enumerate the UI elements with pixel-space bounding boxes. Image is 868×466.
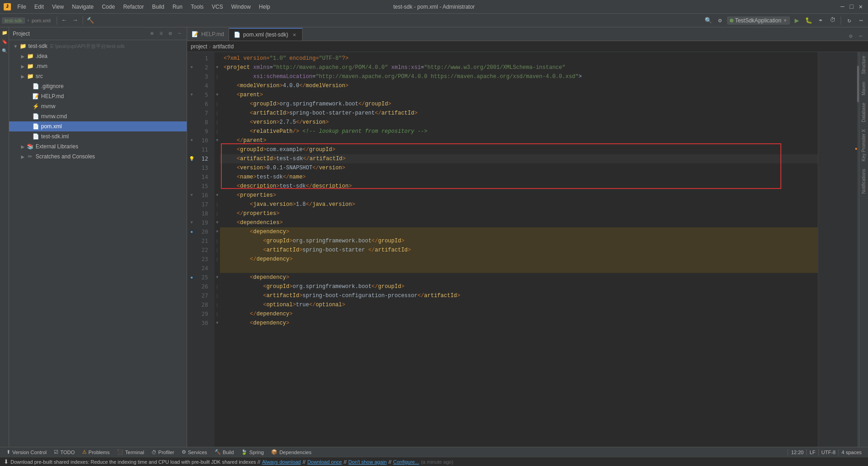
status-profiler[interactable]: ⏱ Profiler xyxy=(149,447,177,457)
gutter-fold-19[interactable]: ▼ xyxy=(187,218,196,227)
code-line-30[interactable]: <dependency> xyxy=(220,319,818,328)
close-button[interactable]: ✕ xyxy=(857,3,864,10)
profile-button[interactable]: ⏱ xyxy=(827,16,837,26)
tab-helpmd[interactable]: 📝 HELP.md xyxy=(187,28,229,41)
code-line-15[interactable]: <description>test-sdk</description> xyxy=(220,182,818,191)
menu-vcs[interactable]: VCS xyxy=(208,3,227,11)
fold-icon-30[interactable]: ▼ xyxy=(216,321,218,325)
fold-icon-20[interactable]: ▼ xyxy=(216,230,218,234)
info-link-configure[interactable]: Configure... xyxy=(393,459,419,465)
gutter-fold-16[interactable]: ▼ xyxy=(187,191,196,200)
status-problems[interactable]: ⚠ Problems xyxy=(79,447,112,457)
scrollbar-thumb[interactable] xyxy=(857,66,859,102)
code-line-16[interactable]: <properties> xyxy=(220,191,818,200)
menu-window[interactable]: Window xyxy=(228,3,255,11)
code-line-24[interactable] xyxy=(220,264,818,273)
status-position[interactable]: 12:20 xyxy=(788,450,806,455)
panel-minimize-button[interactable]: − xyxy=(176,30,183,37)
run-configuration[interactable]: TestSdkApplication ▼ xyxy=(727,16,790,25)
code-line-12[interactable]: <artifactId>test-sdk</artifactId> xyxy=(220,154,818,163)
scrollbar-track[interactable] xyxy=(857,52,859,447)
tab-bar-settings-button[interactable]: ⚙ xyxy=(846,31,855,41)
pomxml-tab-close[interactable]: ✕ xyxy=(291,31,298,38)
code-line-28[interactable]: <optional>true</optional> xyxy=(220,300,818,309)
menu-code[interactable]: Code xyxy=(98,3,119,11)
back-button[interactable]: ← xyxy=(59,16,69,26)
code-editor[interactable]: <?xml version="1.0" encoding="UTF-8"?> <… xyxy=(220,52,818,447)
status-terminal[interactable]: ⬛ Terminal xyxy=(114,447,147,457)
search-everywhere-button[interactable]: 🔍 xyxy=(703,16,713,26)
find-tool-button[interactable]: 🔍 xyxy=(1,47,8,55)
tree-item-mvn[interactable]: ▶ 📁 .mvn xyxy=(9,61,187,71)
code-line-18[interactable]: </properties> xyxy=(220,209,818,218)
code-line-5[interactable]: <parent> xyxy=(220,90,818,99)
menu-refactor[interactable]: Refactor xyxy=(120,3,147,11)
right-tab-maven[interactable]: Maven xyxy=(860,78,867,99)
code-line-17[interactable]: <java.version>1.8</java.version> xyxy=(220,200,818,209)
menu-view[interactable]: View xyxy=(48,3,68,11)
gutter-fold-2[interactable]: ▼ xyxy=(187,63,196,72)
code-line-7[interactable]: <artifactId>spring-boot-starter-parent</… xyxy=(220,109,818,118)
gutter-bookmark-25[interactable]: ● xyxy=(187,273,196,282)
right-tab-structure[interactable]: Structure xyxy=(860,52,867,78)
tree-root[interactable]: ▼ 📁 test-sdk E:\java\yupi\API开放平台\test-s… xyxy=(9,41,187,51)
menu-run[interactable]: Run xyxy=(169,3,186,11)
right-tab-notifications[interactable]: Notifications xyxy=(860,165,867,197)
fold-16[interactable]: ▼ xyxy=(214,191,220,200)
code-line-14[interactable]: <name>test-sdk</name> xyxy=(220,173,818,182)
menu-build[interactable]: Build xyxy=(148,3,168,11)
fold-25[interactable]: ▼ xyxy=(214,273,220,282)
settings-button[interactable]: ⚙ xyxy=(715,16,725,26)
tree-item-idea[interactable]: ▶ 📁 .idea xyxy=(9,51,187,61)
code-line-11[interactable]: <groupId>com.example</groupId> xyxy=(220,145,818,154)
tree-item-pomxml[interactable]: ▶ 📄 pom.xml xyxy=(9,121,187,131)
status-encoding[interactable]: UTF-8 xyxy=(819,450,838,455)
tree-item-mvnwcmd[interactable]: ▶ 📄 mvnw.cmd xyxy=(9,111,187,121)
menu-navigate[interactable]: Navigate xyxy=(68,3,97,11)
panel-expand-button[interactable]: ≡ xyxy=(157,30,165,37)
fold-5[interactable]: ▼ xyxy=(214,90,220,99)
code-line-19[interactable]: <dependencies> xyxy=(220,218,818,227)
code-line-6[interactable]: <groupId>org.springframework.boot</group… xyxy=(220,99,818,109)
gutter-fold-5[interactable]: ▼ xyxy=(187,90,196,99)
code-line-26[interactable]: <groupId>org.springframework.boot</group… xyxy=(220,282,818,291)
gutter-fold-10[interactable]: ▼ xyxy=(187,136,196,145)
right-tab-database[interactable]: Database xyxy=(860,99,867,126)
tab-pomxml[interactable]: 📄 pom.xml (test-sdk) ✕ xyxy=(229,28,303,41)
menu-help[interactable]: Help xyxy=(255,3,274,11)
code-line-2[interactable]: <project xmlns="http://maven.apache.org/… xyxy=(220,63,818,72)
bookmark-tool-button[interactable]: 🔖 xyxy=(1,38,8,46)
code-line-22[interactable]: <artifactId>spring-boot-starter </artifa… xyxy=(220,246,818,255)
update-project-button[interactable]: ↻ xyxy=(844,16,854,26)
code-line-3[interactable]: xsi:schemaLocation="http://maven.apache.… xyxy=(220,72,818,81)
status-indent[interactable]: 4 spaces xyxy=(839,450,864,455)
code-line-9[interactable]: <relativePath/> <!-- lookup parent from … xyxy=(220,127,818,136)
run-button[interactable]: ▶ xyxy=(792,16,802,26)
right-tab-keypromoter[interactable]: Key Promoter X xyxy=(860,126,867,165)
more-actions-button[interactable]: ⋯ xyxy=(856,16,866,26)
info-link-dont-show[interactable]: Don't show again xyxy=(348,459,387,465)
menu-file[interactable]: File xyxy=(14,3,30,11)
menu-tools[interactable]: Tools xyxy=(187,3,207,11)
status-lf[interactable]: LF xyxy=(807,450,818,455)
maximize-button[interactable]: □ xyxy=(848,3,855,10)
panel-settings-button[interactable]: ⚙ xyxy=(167,30,174,37)
fold-icon-2[interactable]: ▼ xyxy=(216,65,218,70)
code-line-4[interactable]: <modelVersion>4.0.0</modelVersion> xyxy=(220,81,818,90)
fold-10[interactable]: ▼ xyxy=(214,136,220,145)
tree-item-extlibs[interactable]: ▶ 📚 External Libraries xyxy=(9,141,187,152)
fold-19[interactable]: ▼ xyxy=(214,218,220,227)
fold-icon-16[interactable]: ▼ xyxy=(216,193,218,198)
code-line-27[interactable]: <artifactId>spring-boot-configuration-pr… xyxy=(220,291,818,300)
code-line-13[interactable]: <version>0.0.1-SNAPSHOT</version> xyxy=(220,163,818,173)
fold-icon-19[interactable]: ▼ xyxy=(216,220,218,225)
gutter-bulb-12[interactable]: 💡 xyxy=(187,154,196,163)
code-line-10[interactable]: </parent> xyxy=(220,136,818,145)
debug-button[interactable]: 🐛 xyxy=(804,16,814,26)
project-selector[interactable]: test-sdk xyxy=(2,17,25,24)
fold-icon-5[interactable]: ▼ xyxy=(216,93,218,97)
tree-item-helpmd[interactable]: ▶ 📝 HELP.md xyxy=(9,91,187,101)
code-line-20[interactable]: <dependency> xyxy=(220,227,818,236)
minimize-button[interactable]: ─ xyxy=(839,3,846,10)
status-todo[interactable]: ☑ TODO xyxy=(51,447,78,457)
